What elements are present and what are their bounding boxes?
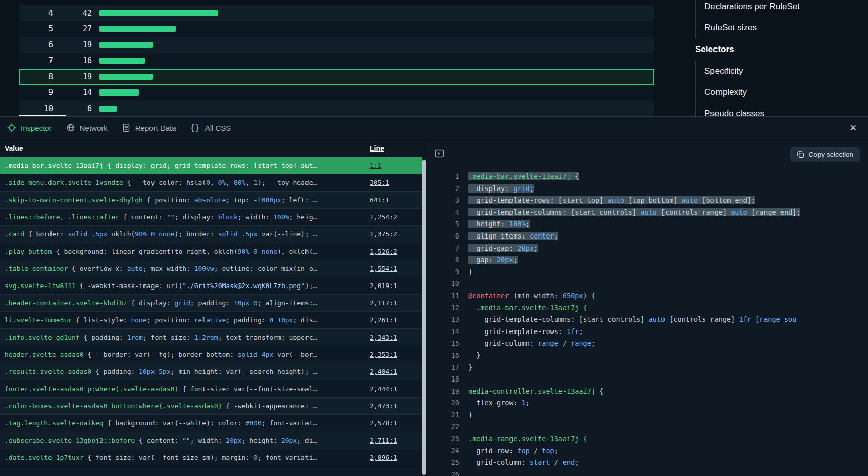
chart-row[interactable]: 106	[19, 101, 654, 116]
copy-selection-label: Copy selection	[808, 151, 853, 158]
code-text: .media-bar.svelte-13aai7j {	[468, 302, 868, 314]
chart-row-rank: 4	[19, 9, 53, 18]
css-rule-text: .lines::before, .lines::after { content:…	[0, 213, 365, 221]
close-drawer-button[interactable]: ✕	[846, 123, 861, 133]
chart-row-count: 42	[53, 9, 92, 18]
tab-all-css[interactable]: {} All CSS	[190, 123, 231, 132]
line-number: 9	[426, 266, 468, 278]
chart-row[interactable]: 527	[19, 21, 654, 37]
line-cell: 1,375:2	[365, 230, 422, 238]
line-link[interactable]: 2,473:1	[370, 402, 397, 410]
column-header-line[interactable]: Line	[365, 144, 422, 152]
table-row[interactable]: .subscribe.svelte-13gboj2::before { cont…	[0, 432, 422, 449]
tab-label: Report Data	[135, 124, 176, 132]
line-link[interactable]: 1,254:2	[370, 213, 397, 221]
table-row[interactable]: .date.svelte-1p7tuxr { font-size: var(--…	[0, 449, 422, 466]
line-link[interactable]: 2,343:1	[370, 334, 397, 341]
line-link[interactable]: 2,019:1	[370, 282, 397, 290]
table-row[interactable]: .header-container.svelte-kbdi8z { displa…	[0, 295, 422, 312]
css-rule-text: .skip-to-main-content.svelte-dbylqh { po…	[0, 196, 365, 204]
chart-bar	[99, 106, 117, 112]
code-lines[interactable]: 1.media-bar.svelte-13aai7j {2 display: g…	[426, 169, 868, 476]
code-text: @container (min-width: 650px) {	[468, 290, 868, 302]
table-scrollbar[interactable]	[422, 139, 426, 476]
panel-toggle-button[interactable]	[434, 148, 445, 160]
line-link[interactable]: 2,117:1	[370, 299, 397, 307]
tab-label: Inspector	[21, 124, 52, 132]
line-cell: 1,554:1	[365, 265, 422, 272]
table-row[interactable]: .skip-to-main-content.svelte-dbylqh { po…	[0, 192, 422, 209]
line-link[interactable]: 2,261:1	[370, 316, 397, 324]
code-line: 17}	[426, 362, 868, 374]
table-row[interactable]: .info.svelte-gd1unf { padding: 1rem; fon…	[0, 329, 422, 346]
table-row[interactable]: .media-bar.svelte-13aai7j { display: gri…	[0, 157, 422, 174]
line-link[interactable]: 2,404:1	[370, 368, 397, 375]
table-row[interactable]: .table-container { overflow-x: auto; max…	[0, 260, 422, 277]
table-row[interactable]: .side-menu.dark.svelte-1vsndze { --toy-c…	[0, 174, 422, 192]
line-link[interactable]: 2,353:1	[370, 351, 397, 358]
tab-network[interactable]: Network	[66, 123, 108, 132]
line-link[interactable]: 1,554:1	[370, 265, 397, 272]
sidebar-item-pseudo-classes[interactable]: Pseudo classes	[696, 103, 857, 116]
code-line: 22	[426, 421, 868, 433]
code-toolbar: Copy selection	[426, 139, 868, 169]
table-row[interactable]: .card { border: solid .5px oklch(90% 0 n…	[0, 226, 422, 243]
line-cell: 2,578:1	[365, 419, 422, 427]
line-link[interactable]: 1,375:2	[370, 230, 397, 238]
table-row[interactable]: .play-button { background: linear-gradie…	[0, 243, 422, 260]
code-text: }	[468, 350, 868, 362]
table-row[interactable]: footer.svelte-asdas0 p:where(.svelte-asd…	[0, 380, 422, 398]
line-number: 21	[426, 409, 468, 421]
chart-row[interactable]: 716	[19, 53, 654, 69]
code-line: 10	[426, 278, 868, 290]
line-cell: 2,261:1	[365, 316, 422, 324]
drawer-tabbar: Inspector Network	[0, 117, 868, 139]
table-row[interactable]: .color-boxes.svelte-asdas0 button:where(…	[0, 398, 422, 415]
chart-row-count: 6	[53, 104, 92, 113]
css-rule-text: .results.svelte-asdas0 { padding: 10px 5…	[0, 368, 365, 375]
chart-bar-track	[92, 58, 654, 64]
chart-row[interactable]: 619	[19, 37, 654, 53]
table-row[interactable]: .lines::before, .lines::after { content:…	[0, 209, 422, 226]
sidebar-item-declarations-per-ruleset[interactable]: Declarations per RuleSet	[696, 0, 857, 17]
line-link[interactable]: 305:1	[370, 179, 389, 186]
line-link[interactable]: 2,444:1	[370, 385, 397, 393]
line-cell: 2,444:1	[365, 385, 422, 393]
copy-selection-button[interactable]: Copy selection	[790, 147, 860, 162]
code-line: 18	[426, 373, 868, 386]
sidebar-item-ruleset-sizes[interactable]: RuleSet sizes	[696, 17, 857, 38]
panel-toggle-icon	[434, 148, 445, 160]
line-link[interactable]: 2,896:1	[370, 454, 397, 461]
code-line: 14 grid-template-rows: 1fr;	[426, 326, 868, 338]
line-link[interactable]: 2,578:1	[370, 419, 397, 427]
line-number: 13	[426, 314, 468, 326]
tab-report-data[interactable]: Report Data	[122, 123, 176, 132]
chart-row[interactable]: 914	[19, 85, 654, 101]
code-text: }	[468, 266, 868, 278]
chart-row[interactable]: 442	[19, 5, 654, 21]
chart-row[interactable]: 819	[19, 69, 654, 85]
scrollbar-thumb[interactable]	[422, 160, 426, 475]
chart-row-rank: 7	[19, 56, 53, 65]
code-viewer: Copy selection 1.media-bar.svelte-13aai7…	[426, 139, 868, 476]
sidebar-item-complexity[interactable]: Complexity	[696, 82, 857, 103]
line-link[interactable]: 641:1	[370, 196, 389, 204]
line-link[interactable]: 2,711:1	[370, 437, 397, 444]
line-cell: 2,711:1	[365, 437, 422, 444]
tab-inspector[interactable]: Inspector	[7, 123, 52, 132]
ruleset-size-chart: 442527619716819914106	[19, 5, 654, 116]
code-line: 13 grid-template-columns: [start control…	[426, 314, 868, 326]
code-line: 26	[426, 469, 868, 476]
table-row[interactable]: li.svelte-1ume3ur { list-style: none; po…	[0, 312, 422, 329]
table-row[interactable]: svg.svelte-1tw8111 { -webkit-mask-image:…	[0, 277, 422, 295]
line-number: 22	[426, 421, 468, 433]
table-row[interactable]: header.svelte-asdas0 { --border: var(--f…	[0, 346, 422, 363]
sidebar-item-specificity[interactable]: Specificity	[696, 61, 857, 82]
table-row[interactable]: .results.svelte-asdas0 { padding: 10px 5…	[0, 363, 422, 380]
table-row[interactable]: .tag.length.svelte-naikeq { background: …	[0, 415, 422, 432]
sidebar-section-selectors[interactable]: Selectors	[695, 38, 857, 61]
line-link[interactable]: 1,526:2	[370, 248, 397, 255]
code-text: gap: 20px;	[468, 254, 868, 266]
line-link[interactable]: 1:1	[370, 162, 381, 169]
line-number: 10	[426, 278, 468, 290]
